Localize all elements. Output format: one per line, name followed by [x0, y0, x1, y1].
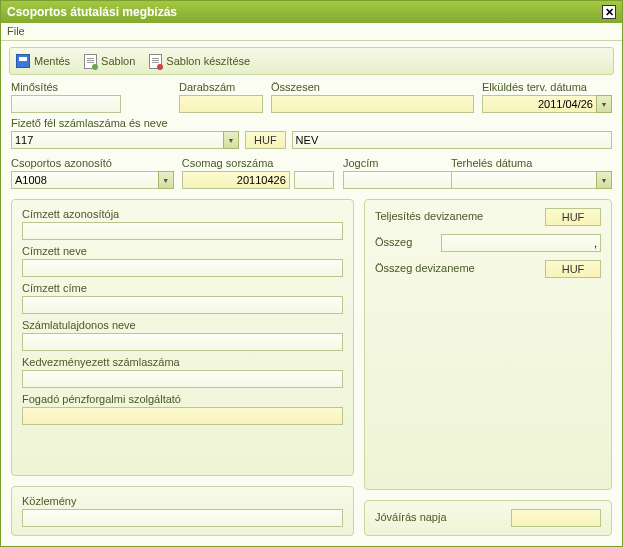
jovairas-panel: Jóváírás napja [364, 500, 612, 536]
kedvezmenyezett-input[interactable] [22, 370, 343, 388]
teljesites-deviza-button[interactable]: HUF [545, 208, 601, 226]
cimzett-azonosito-label: Címzett azonosítója [22, 208, 343, 220]
osszesen-label: Összesen [271, 81, 474, 93]
szamlatulajdonos-label: Számlatulajdonos neve [22, 319, 343, 331]
cimzett-cime-label: Címzett címe [22, 282, 343, 294]
elkuldes-input[interactable] [482, 95, 596, 113]
csomag-extra-input[interactable] [294, 171, 334, 189]
document-add-icon [149, 54, 162, 69]
close-icon[interactable]: ✕ [602, 5, 616, 19]
payer-currency-button[interactable]: HUF [245, 131, 286, 149]
content: Minősítés Darabszám Összesen Elküldés te… [1, 81, 622, 546]
payer-name-input[interactable] [292, 131, 612, 149]
terheles-label: Terhelés dátuma [451, 157, 612, 169]
jovairas-label: Jóváírás napja [375, 511, 505, 523]
payer-account-input[interactable] [11, 131, 223, 149]
terheles-dropdown-icon[interactable]: ▼ [596, 171, 612, 189]
csoportos-azonosito-label: Csoportos azonosító [11, 157, 174, 169]
teljesites-deviza-label: Teljesítés devizaneme [375, 210, 539, 222]
jogcim-label: Jogcím [343, 157, 443, 169]
window-title: Csoportos átutalási megbízás [7, 5, 177, 19]
csomag-label: Csomag sorszáma [182, 157, 335, 169]
csoportos-azonosito-dropdown-icon[interactable]: ▼ [158, 171, 174, 189]
elkuldes-label: Elküldés terv. dátuma [482, 81, 612, 93]
save-button[interactable]: Mentés [16, 54, 70, 68]
fogado-label: Fogadó pénzforgalmi szolgáltató [22, 393, 343, 405]
cimzett-neve-label: Címzett neve [22, 245, 343, 257]
recipient-panel: Címzett azonosítója Címzett neve Címzett… [11, 199, 354, 476]
darabszam-label: Darabszám [179, 81, 263, 93]
osszeg-deviza-button[interactable]: HUF [545, 260, 601, 278]
cimzett-azonosito-input[interactable] [22, 222, 343, 240]
minosites-label: Minősítés [11, 81, 171, 93]
terheles-input[interactable] [451, 171, 596, 189]
osszeg-label: Összeg [375, 236, 435, 248]
darabszam-input[interactable] [179, 95, 263, 113]
cimzett-neve-input[interactable] [22, 259, 343, 277]
titlebar: Csoportos átutalási megbízás ✕ [1, 1, 622, 23]
osszeg-deviza-label: Összeg devizaneme [375, 262, 539, 274]
osszeg-input[interactable] [441, 234, 601, 252]
elkuldes-dropdown-icon[interactable]: ▼ [596, 95, 612, 113]
csomag-input[interactable] [182, 171, 290, 189]
payer-label: Fizető fél számlaszáma és neve [11, 117, 612, 129]
menubar: File [1, 23, 622, 41]
kozlemeny-label: Közlemény [22, 495, 343, 507]
cimzett-cime-input[interactable] [22, 296, 343, 314]
amount-panel: Teljesítés devizaneme HUF Összeg Összeg … [364, 199, 612, 490]
minosites-input[interactable] [11, 95, 121, 113]
make-template-button[interactable]: Sablon készítése [149, 54, 250, 69]
fogado-input[interactable] [22, 407, 343, 425]
window: Csoportos átutalási megbízás ✕ File Ment… [0, 0, 623, 547]
document-icon [84, 54, 97, 69]
toolbar: Mentés Sablon Sablon készítése [9, 47, 614, 75]
template-button[interactable]: Sablon [84, 54, 135, 69]
save-icon [16, 54, 30, 68]
menu-file[interactable]: File [7, 25, 25, 37]
kedvezmenyezett-label: Kedvezményezett számlaszáma [22, 356, 343, 368]
szamlatulajdonos-input[interactable] [22, 333, 343, 351]
kozlemeny-input[interactable] [22, 509, 343, 527]
jovairas-input[interactable] [511, 509, 601, 527]
osszesen-input[interactable] [271, 95, 474, 113]
csoportos-azonosito-input[interactable] [11, 171, 158, 189]
kozlemeny-panel: Közlemény [11, 486, 354, 536]
payer-account-dropdown-icon[interactable]: ▼ [223, 131, 239, 149]
